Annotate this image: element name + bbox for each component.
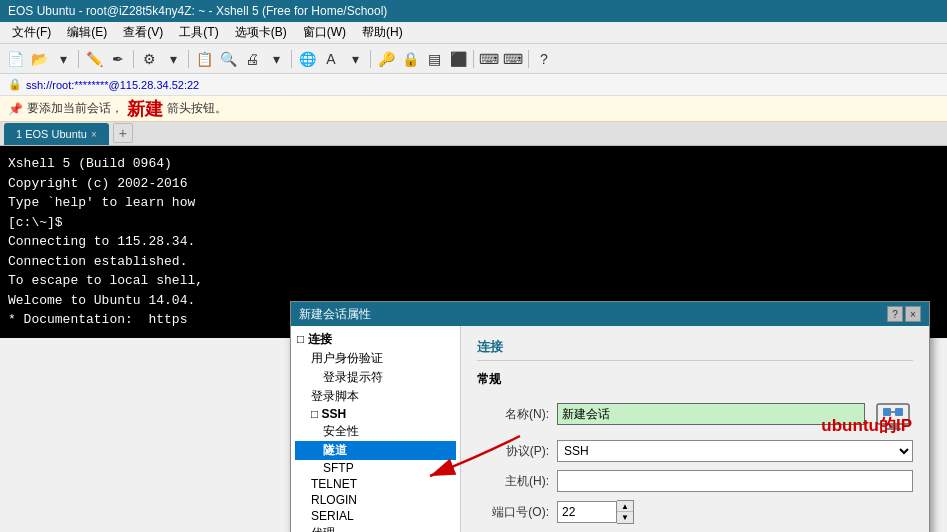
term-line-6: Connecting to 115.28.34.: [8, 232, 939, 252]
settings-button[interactable]: ⚙: [138, 48, 160, 70]
dialog-title-bar: 新建会话属性 ? ×: [291, 302, 929, 326]
compose2-button[interactable]: ⌨: [502, 48, 524, 70]
print-button[interactable]: 🖨: [241, 48, 263, 70]
form-row-port: 端口号(O): ▲ ▼: [477, 500, 913, 524]
key-button[interactable]: 🔑: [375, 48, 397, 70]
term-line-7: Connection established.: [8, 252, 939, 272]
host-label: 主机(H):: [477, 473, 557, 490]
main-window: EOS Ubuntu - root@iZ28t5k4ny4Z: ~ - Xshe…: [0, 0, 947, 532]
lock-button[interactable]: 🔒: [399, 48, 421, 70]
ubuntu-ip-annotation: ubuntu的IP: [821, 414, 912, 437]
font-dropdown[interactable]: ▾: [344, 48, 366, 70]
protocol-select[interactable]: SSH TELNET RLOGIN SERIAL: [557, 440, 913, 462]
menu-tabs[interactable]: 选项卡(B): [227, 22, 295, 43]
sep7: [528, 50, 529, 68]
session-tab-eos[interactable]: 1 EOS Ubuntu ×: [4, 123, 109, 145]
terminal-button[interactable]: ▤: [423, 48, 445, 70]
lock-icon: 🔒: [8, 78, 22, 91]
tree-item-security[interactable]: 安全性: [295, 422, 456, 441]
compose-button[interactable]: ⌨: [478, 48, 500, 70]
sep3: [188, 50, 189, 68]
dialog-close-button[interactable]: ×: [905, 306, 921, 322]
content-area: Xshell 5 (Build 0964) Copyright (c) 2002…: [0, 146, 947, 532]
search-button[interactable]: 🔍: [217, 48, 239, 70]
notification-icon: 📌: [8, 102, 23, 116]
menu-bar: 文件(F) 编辑(E) 查看(V) 工具(T) 选项卡(B) 窗口(W) 帮助(…: [0, 22, 947, 44]
term-line-0: Xshell 5 (Build 0964): [8, 154, 939, 174]
port-label: 端口号(O):: [477, 504, 557, 521]
settings-dropdown[interactable]: ▾: [162, 48, 184, 70]
term-line-8: To escape to local shell,: [8, 271, 939, 291]
notification-suffix: 箭头按钮。: [167, 100, 227, 117]
help-button[interactable]: ?: [533, 48, 555, 70]
notification-bar: 📌 要添加当前会话， 新建 箭头按钮。: [0, 96, 947, 122]
sep6: [473, 50, 474, 68]
new-session-button[interactable]: 📄: [4, 48, 26, 70]
form-row-host: 主机(H):: [477, 470, 913, 492]
tree-item-login-script[interactable]: 登录脚本: [295, 387, 456, 406]
tree-item-sftp[interactable]: SFTP: [295, 460, 456, 476]
name-input[interactable]: [557, 403, 865, 425]
tree-item-telnet[interactable]: TELNET: [295, 476, 456, 492]
sep2: [133, 50, 134, 68]
toolbar: 📄 📂 ▾ ✏️ ✒ ⚙ ▾ 📋 🔍 🖨 ▾ 🌐 A ▾ 🔑 🔒 ▤ ⬛ ⌨ ⌨…: [0, 44, 947, 74]
address-bar: 🔒 ssh://root:********@115.28.34.52:22: [0, 74, 947, 96]
menu-help[interactable]: 帮助(H): [354, 22, 411, 43]
right-panel-title: 连接: [477, 338, 913, 361]
copy-button[interactable]: 📋: [193, 48, 215, 70]
menu-view[interactable]: 查看(V): [115, 22, 171, 43]
dropdown-button[interactable]: ▾: [52, 48, 74, 70]
address-text: ssh://root:********@115.28.34.52:22: [26, 79, 199, 91]
term-line-3: Type `help' to learn how: [8, 193, 939, 213]
section-title: 常规: [477, 371, 913, 388]
globe-button[interactable]: 🌐: [296, 48, 318, 70]
tree-item-serial[interactable]: SERIAL: [295, 508, 456, 524]
session-tab-label: 1 EOS Ubuntu: [16, 128, 87, 140]
sep4: [291, 50, 292, 68]
port-down-button[interactable]: ▼: [617, 512, 633, 523]
sep5: [370, 50, 371, 68]
tree-item-tunnel[interactable]: 隧道: [295, 441, 456, 460]
port-input[interactable]: [557, 501, 617, 523]
name-label: 名称(N):: [477, 406, 557, 423]
tree-panel: □ 连接 用户身份验证 登录提示符 登录脚本 □ SSH 安全性 隧道 SFTP…: [291, 326, 461, 532]
edit2-button[interactable]: ✒: [107, 48, 129, 70]
edit-button[interactable]: ✏️: [83, 48, 105, 70]
tab-close-icon[interactable]: ×: [91, 129, 97, 140]
window-title: EOS Ubuntu - root@iZ28t5k4ny4Z: ~ - Xshe…: [8, 4, 387, 18]
new-tab-button[interactable]: +: [113, 123, 133, 143]
session-bar: 1 EOS Ubuntu × +: [0, 122, 947, 146]
form-row-protocol: 协议(P): SSH TELNET RLOGIN SERIAL: [477, 440, 913, 462]
dialog-title: 新建会话属性: [299, 306, 885, 323]
port-up-button[interactable]: ▲: [617, 501, 633, 512]
tree-item-login-prompt[interactable]: 登录提示符: [295, 368, 456, 387]
open-button[interactable]: 📂: [28, 48, 50, 70]
protocol-label: 协议(P):: [477, 443, 557, 460]
host-input[interactable]: [557, 470, 913, 492]
port-row: ▲ ▼: [557, 500, 634, 524]
font-button[interactable]: A: [320, 48, 342, 70]
dialog-help-button[interactable]: ?: [887, 306, 903, 322]
tree-item-ssh[interactable]: □ SSH: [295, 406, 456, 422]
title-bar: EOS Ubuntu - root@iZ28t5k4ny4Z: ~ - Xshe…: [0, 0, 947, 22]
sep1: [78, 50, 79, 68]
port-spinner: ▲ ▼: [617, 500, 634, 524]
tree-item-connect[interactable]: □ 连接: [295, 330, 456, 349]
menu-window[interactable]: 窗口(W): [295, 22, 354, 43]
tree-item-auth[interactable]: 用户身份验证: [295, 349, 456, 368]
print-dropdown[interactable]: ▾: [265, 48, 287, 70]
menu-tools[interactable]: 工具(T): [171, 22, 226, 43]
new-session-link[interactable]: 新建: [127, 97, 163, 121]
term-line-4: [c:\~]$: [8, 213, 939, 233]
tree-item-rlogin[interactable]: RLOGIN: [295, 492, 456, 508]
menu-file[interactable]: 文件(F): [4, 22, 59, 43]
term-line-1: Copyright (c) 2002-2016: [8, 174, 939, 194]
notification-prefix: 要添加当前会话，: [27, 100, 123, 117]
resize-button[interactable]: ⬛: [447, 48, 469, 70]
menu-edit[interactable]: 编辑(E): [59, 22, 115, 43]
tree-item-proxy[interactable]: 代理: [295, 524, 456, 532]
